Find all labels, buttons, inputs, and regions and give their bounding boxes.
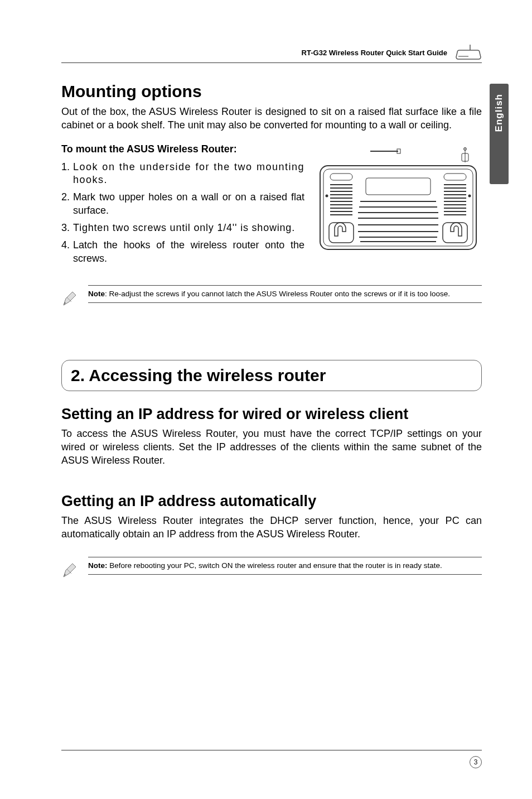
spacer — [61, 478, 482, 493]
svg-rect-43 — [443, 223, 467, 243]
page-footer: 3 — [61, 750, 482, 768]
svg-rect-42 — [329, 223, 354, 243]
list-item: 2.Mark two upper holes on a wall or on a… — [61, 191, 304, 217]
getting-ip-body: The ASUS Wireless Router integrates the … — [61, 514, 482, 541]
mounting-steps-col: To mount the ASUS Wireless Router: 1.Loo… — [61, 143, 304, 270]
mounting-columns: To mount the ASUS Wireless Router: 1.Loo… — [61, 143, 482, 270]
mounting-steps-list: 1.Look on the underside for the two moun… — [61, 161, 304, 266]
mounting-heading: Mounting options — [61, 82, 482, 101]
list-item: 3.Tighten two screws until only 1/4'' is… — [61, 222, 304, 234]
router-icon — [455, 45, 482, 60]
note-block-ip: Note: Before rebooting your PC, switch O… — [61, 557, 482, 581]
section-title-box: 2. Accessing the wireless router — [61, 360, 482, 391]
note-block-mounting: Note: Re-adjust the screws if you cannot… — [61, 285, 482, 310]
svg-rect-1 — [458, 56, 468, 57]
svg-point-32 — [468, 194, 471, 197]
setting-ip-heading: Setting an IP address for wired or wirel… — [61, 406, 482, 423]
language-tab: English — [490, 84, 509, 184]
router-underside-diagram — [315, 146, 482, 259]
svg-point-20 — [326, 194, 328, 197]
list-item: 1.Look on the underside for the two moun… — [61, 161, 304, 187]
svg-rect-9 — [330, 174, 352, 180]
getting-ip-heading: Getting an IP address automatically — [61, 493, 482, 510]
setting-ip-body: To access the ASUS Wireless Router, you … — [61, 427, 482, 467]
svg-rect-33 — [366, 178, 431, 195]
note-label: Note — [88, 290, 105, 298]
step-number: 2. — [61, 191, 70, 217]
page-header: RT-G32 Wireless Router Quick Start Guide — [61, 45, 482, 63]
note-body: Note: Re-adjust the screws if you cannot… — [88, 285, 482, 303]
step-text: Tighten two screws until only 1/4'' is s… — [73, 222, 304, 234]
pencil-icon — [61, 557, 78, 581]
note-text: Before rebooting your PC, switch ON the … — [108, 561, 442, 570]
mounting-intro: Out of the box, the ASUS Wireless Router… — [61, 105, 482, 132]
page-number: 3 — [470, 756, 482, 768]
pencil-icon — [61, 285, 78, 310]
step-number: 4. — [61, 239, 70, 265]
note-text: : Re-adjust the screws if you cannot lat… — [105, 290, 450, 298]
step-text: Look on the underside for the two mounti… — [73, 161, 304, 187]
doc-title: RT-G32 Wireless Router Quick Start Guide — [302, 49, 447, 57]
section-2-title: 2. Accessing the wireless router — [71, 366, 472, 385]
underside-diagram-col — [315, 146, 482, 270]
step-text: Mark two upper holes on a wall or on a r… — [73, 191, 304, 217]
svg-rect-21 — [444, 174, 466, 180]
to-mount-label: To mount the ASUS Wireless Router: — [61, 143, 304, 155]
note-body: Note: Before rebooting your PC, switch O… — [88, 557, 482, 575]
language-label: English — [494, 94, 505, 132]
step-text: Latch the hooks of the wireless router o… — [73, 239, 304, 265]
step-number: 1. — [61, 161, 70, 187]
step-number: 3. — [61, 222, 70, 234]
note-label: Note: — [88, 561, 108, 570]
page: RT-G32 Wireless Router Quick Start Guide… — [0, 0, 532, 799]
list-item: 4.Latch the hooks of the wireless router… — [61, 239, 304, 265]
